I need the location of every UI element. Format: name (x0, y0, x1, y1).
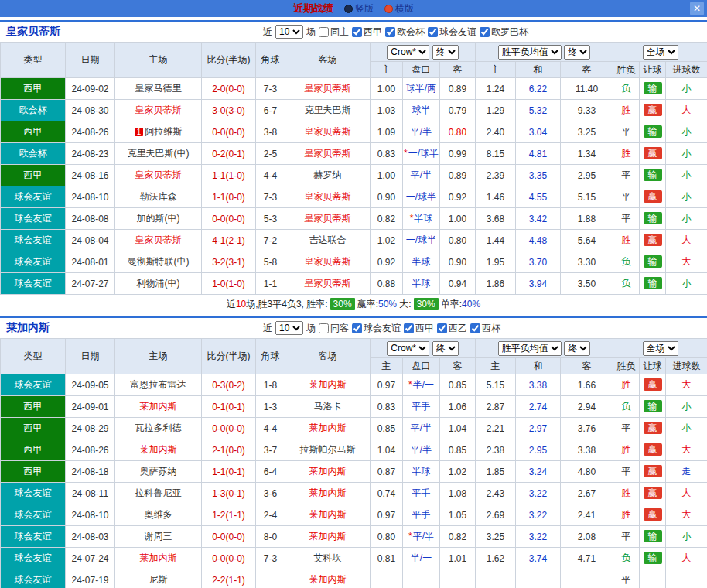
avg-final-select[interactable]: 终 (564, 45, 590, 60)
avg-home-cell: 5.15 (476, 374, 516, 396)
score-cell: 1-2(1-1) (202, 504, 256, 526)
score-cell: 1-3(0-1) (202, 483, 256, 504)
summary-part: 30% (330, 298, 355, 310)
league-type-cell: 西甲 (1, 78, 66, 100)
score-cell: 1-1(1-0) (202, 165, 256, 186)
league-filter-checkbox[interactable]: 欧罗巴杯 (480, 26, 528, 39)
odds-source-select[interactable]: Crow* (387, 45, 429, 60)
scope-select[interactable]: 全场 (643, 341, 678, 356)
home-odds-cell: 0.97 (371, 504, 403, 526)
match-row: 西甲24-08-18奥萨苏纳1-1(0-1)6-4莱加内斯0.87半球1.021… (1, 461, 707, 483)
col-corner: 角球 (256, 43, 285, 78)
avg-away-cell: 11.40 (561, 78, 613, 100)
col-avg-away: 客 (561, 358, 613, 374)
date-cell: 24-08-01 (66, 251, 115, 273)
handicap-cell: *一/球半 (403, 143, 440, 165)
corner-cell: 3-6 (256, 483, 285, 504)
close-icon[interactable]: ✕ (690, 2, 704, 15)
star-marker: * (408, 379, 412, 390)
home-team-cell: 莱加内斯 (115, 548, 202, 569)
goals-cell: 大 (666, 439, 707, 461)
score-cell: 0-0(0-0) (202, 121, 256, 143)
score-cell: 0-2(0-1) (202, 143, 256, 165)
col-avg-home: 主 (476, 358, 516, 374)
score-cell: 1-1(0-1) (202, 461, 256, 483)
col-let: 让球 (640, 358, 666, 374)
avg-home-cell: 1.86 (476, 273, 516, 295)
handicap-cell: 半球 (403, 273, 440, 295)
league-filter-checkbox[interactable]: 球会友谊 (428, 26, 476, 39)
avg-away-cell: 1.66 (561, 374, 613, 396)
avg-draw-cell: 2.95 (516, 439, 561, 461)
league-filter-checkbox[interactable]: 西乙 (437, 322, 467, 335)
away-odds-cell: 0.79 (440, 100, 476, 121)
avg-away-cell: 3.76 (561, 418, 613, 439)
league-filter-checkbox[interactable]: 欧会杯 (385, 26, 425, 39)
goals-cell: 大 (666, 374, 707, 396)
avg-draw-cell: 4.55 (516, 186, 561, 208)
radio-horizontal-icon[interactable] (384, 5, 393, 13)
radio-vertical-icon[interactable] (344, 5, 353, 13)
league-filter-checkbox[interactable]: 西甲 (404, 322, 434, 335)
avg-draw-cell: 3.74 (516, 548, 561, 569)
match-count-select[interactable]: 10 (275, 25, 303, 39)
section-header: 皇家贝蒂斯 近10场同主西甲欧会杯球会友谊欧罗巴杯 (0, 22, 707, 42)
handicap-cell: 平手 (403, 396, 440, 418)
away-team-cell: 莱加内斯 (285, 504, 371, 526)
odds-final-select[interactable]: 终 (432, 341, 459, 356)
view-option-horizontal[interactable]: 横版 (384, 2, 414, 15)
date-cell: 24-08-26 (66, 121, 115, 143)
avg-draw-cell (516, 569, 561, 588)
avg-home-cell: 2.39 (476, 165, 516, 186)
corner-cell: 3-8 (256, 121, 285, 143)
same-venue-checkbox[interactable]: 同客 (319, 322, 349, 335)
league-filter-checkbox[interactable]: 球会友谊 (352, 322, 401, 335)
filter-bar: 近10场同主西甲欧会杯球会友谊欧罗巴杯 (263, 25, 528, 39)
handicap-result-cell (640, 569, 666, 588)
result-cell: 负 (613, 78, 640, 100)
result-cell: 平 (613, 526, 640, 548)
avg-away-cell: 1.34 (561, 143, 613, 165)
avg-home-cell (476, 569, 516, 588)
avg-away-cell: 3.50 (561, 273, 613, 295)
handicap-cell: 平/半 (403, 165, 440, 186)
result-cell: 平 (613, 461, 640, 483)
handicap-cell: 半/一 (403, 548, 440, 569)
avg-select[interactable]: 胜平负均值 (498, 341, 562, 356)
league-filter-checkbox[interactable]: 西杯 (470, 322, 500, 335)
header-group-row: 类型 日期 主场 比分(半场) 角球 客场 Crow* 终 胜平负均值 终 全场 (1, 43, 707, 62)
handicap-result-badge: 赢 (644, 234, 662, 246)
avg-select[interactable]: 胜平负均值 (498, 45, 562, 60)
summary-part: 50% (378, 299, 397, 309)
odds-source-select[interactable]: Crow* (387, 341, 429, 356)
handicap-result-badge: 输 (644, 125, 662, 138)
match-row: 西甲24-09-01莱加内斯0-1(0-1)1-3马洛卡0.83平手1.062.… (1, 396, 707, 418)
home-team-cell: 尼斯 (115, 569, 202, 588)
view-option-vertical[interactable]: 竖版 (344, 2, 374, 15)
score-cell: 0-0(0-0) (202, 548, 256, 569)
handicap-result-cell: 赢 (640, 230, 666, 251)
match-row: 球会友谊24-08-01曼彻斯特联(中)3-2(3-1)5-8皇家贝蒂斯0.92… (1, 251, 707, 273)
result-cell: 平 (613, 121, 640, 143)
avg-final-select[interactable]: 终 (564, 341, 590, 356)
avg-away-cell: 2.95 (561, 165, 613, 186)
scope-select[interactable]: 全场 (643, 45, 678, 60)
odds-final-select[interactable]: 终 (432, 45, 459, 60)
handicap-result-badge: 输 (644, 212, 662, 224)
avg-away-cell: 2.08 (561, 526, 613, 548)
same-venue-checkbox[interactable]: 同主 (319, 26, 349, 39)
avg-away-cell: 3.30 (561, 251, 613, 273)
home-odds-cell: 1.04 (371, 439, 403, 461)
score-cell: 0-3(0-2) (202, 374, 256, 396)
home-odds-cell: 0.83 (371, 143, 403, 165)
date-cell: 24-08-26 (66, 439, 115, 461)
handicap-result-cell: 赢 (640, 100, 666, 121)
result-cell: 负 (613, 251, 640, 273)
handicap-result-badge: 输 (644, 169, 662, 181)
league-filter-checkbox[interactable]: 西甲 (352, 26, 382, 39)
home-badge: 1 (135, 128, 144, 136)
match-count-select[interactable]: 10 (275, 321, 303, 335)
avg-draw-cell: 3.04 (516, 121, 561, 143)
goals-cell: 走 (666, 461, 707, 483)
star-marker: * (408, 531, 412, 542)
